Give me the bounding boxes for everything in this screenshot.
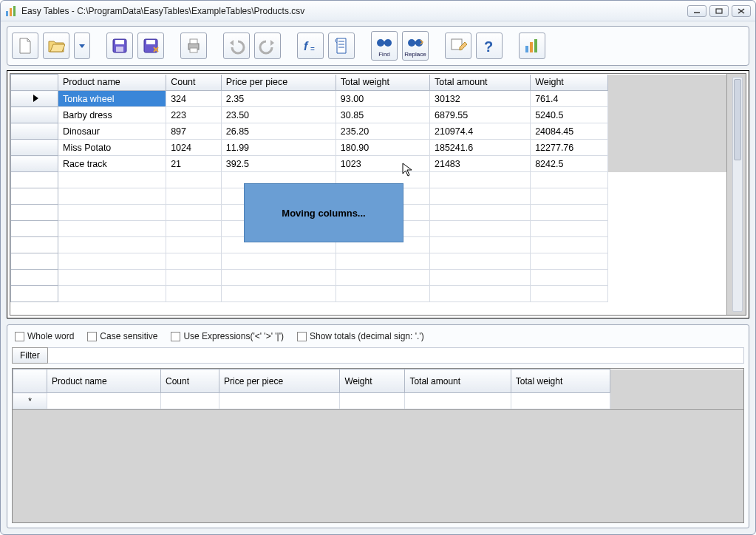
table-cell[interactable]: 235.20 bbox=[336, 123, 429, 140]
svg-text:?: ? bbox=[484, 38, 493, 55]
replace-button[interactable]: Replace bbox=[402, 31, 429, 61]
filter-cell[interactable] bbox=[219, 393, 340, 409]
window-title: Easy Tables - C:\ProgramData\EasyTables\… bbox=[21, 6, 687, 16]
toolbar: f= Find Replace ? bbox=[7, 26, 749, 66]
svg-rect-1 bbox=[10, 8, 12, 16]
table-cell[interactable]: 26.85 bbox=[221, 123, 336, 140]
svg-rect-14 bbox=[190, 48, 197, 52]
svg-rect-22 bbox=[414, 41, 417, 44]
table-row[interactable] bbox=[11, 253, 726, 270]
filter-input[interactable] bbox=[48, 347, 744, 364]
column-header[interactable]: Price per piece bbox=[221, 75, 336, 91]
template-button[interactable] bbox=[328, 33, 355, 59]
chart-button[interactable] bbox=[519, 33, 545, 59]
table-cell[interactable]: 24084.45 bbox=[531, 123, 608, 140]
table-cell[interactable]: 897 bbox=[166, 123, 222, 140]
filter-column-header[interactable]: Weight bbox=[340, 369, 405, 393]
table-row[interactable] bbox=[11, 270, 726, 286]
svg-rect-8 bbox=[115, 40, 124, 44]
table-cell[interactable]: Miss Potato bbox=[58, 140, 166, 156]
save-button[interactable] bbox=[106, 33, 133, 59]
whole-word-checkbox[interactable]: Whole word bbox=[15, 331, 74, 341]
table-cell[interactable]: 2.35 bbox=[221, 91, 336, 107]
filter-column-header[interactable]: Total amount bbox=[405, 369, 511, 393]
table-cell[interactable]: Barby dress bbox=[58, 107, 166, 123]
undo-button[interactable] bbox=[223, 33, 250, 59]
edit-button[interactable] bbox=[445, 33, 471, 59]
titlebar: Easy Tables - C:\ProgramData\EasyTables\… bbox=[1, 1, 755, 21]
svg-rect-27 bbox=[534, 39, 537, 52]
filter-cell[interactable] bbox=[511, 393, 610, 409]
filter-new-row[interactable]: * bbox=[13, 393, 743, 409]
svg-rect-9 bbox=[116, 47, 123, 52]
print-button[interactable] bbox=[180, 33, 207, 59]
case-sensitive-checkbox[interactable]: Case sensitive bbox=[87, 331, 157, 341]
show-totals-checkbox[interactable]: Show totals (decimal sign: '.') bbox=[297, 331, 424, 341]
table-cell[interactable]: 23.50 bbox=[221, 107, 336, 123]
formula-button[interactable]: f= bbox=[297, 33, 324, 59]
table-cell[interactable]: 30.85 bbox=[336, 107, 429, 123]
table-cell[interactable]: Race track bbox=[58, 156, 166, 172]
filter-cell[interactable] bbox=[405, 393, 511, 409]
column-header[interactable]: Total weight bbox=[336, 75, 429, 91]
window: Easy Tables - C:\ProgramData\EasyTables\… bbox=[0, 0, 756, 535]
svg-rect-19 bbox=[383, 41, 386, 44]
table-cell[interactable]: 93.00 bbox=[336, 91, 429, 107]
table-cell[interactable]: 185241.6 bbox=[430, 140, 531, 156]
table-row[interactable]: Dinosaur89726.85235.20210974.424084.45 bbox=[11, 123, 726, 140]
table-cell[interactable]: 1023 bbox=[336, 156, 429, 172]
column-header[interactable]: Total amount bbox=[430, 75, 531, 91]
main-grid-panel: Product nameCountPrice per pieceTotal we… bbox=[7, 70, 749, 318]
new-button[interactable] bbox=[12, 33, 38, 59]
table-row[interactable]: Miss Potato102411.99180.90185241.612277.… bbox=[11, 140, 726, 156]
table-cell[interactable]: 210974.4 bbox=[430, 123, 531, 140]
column-header[interactable]: Product name bbox=[58, 75, 166, 91]
table-cell[interactable]: 223 bbox=[166, 107, 222, 123]
table-row[interactable]: Race track21392.51023214838242.5 bbox=[11, 156, 726, 172]
table-cell[interactable]: 21483 bbox=[430, 156, 531, 172]
column-header[interactable]: Count bbox=[166, 75, 222, 91]
svg-rect-2 bbox=[13, 6, 16, 16]
filter-column-header[interactable]: Total weight bbox=[511, 369, 610, 393]
table-cell[interactable]: Dinosaur bbox=[58, 123, 166, 140]
table-row[interactable] bbox=[11, 286, 726, 302]
table-cell[interactable]: 8242.5 bbox=[531, 156, 608, 172]
filter-cell[interactable] bbox=[47, 393, 161, 409]
svg-rect-13 bbox=[190, 39, 197, 44]
svg-rect-11 bbox=[146, 40, 155, 44]
use-expressions-checkbox[interactable]: Use Expressions('<' '>' '|') bbox=[171, 331, 284, 341]
filter-column-header[interactable]: Price per piece bbox=[219, 369, 340, 393]
table-row[interactable]: Tonka wheel3242.3593.0030132761.4 bbox=[11, 91, 726, 107]
filter-column-header[interactable]: Product name bbox=[47, 369, 161, 393]
table-cell[interactable]: 6879.55 bbox=[430, 107, 531, 123]
filter-column-header[interactable]: Count bbox=[161, 369, 219, 393]
minimize-button[interactable] bbox=[687, 5, 706, 17]
table-cell[interactable]: 5240.5 bbox=[531, 107, 608, 123]
table-cell[interactable]: 12277.76 bbox=[531, 140, 608, 156]
save-as-button[interactable] bbox=[137, 33, 164, 59]
open-button[interactable] bbox=[43, 33, 69, 59]
filter-button[interactable]: Filter bbox=[12, 347, 48, 364]
filter-grid[interactable]: Product nameCountPrice per pieceWeightTo… bbox=[12, 368, 744, 523]
table-cell[interactable]: 30132 bbox=[430, 91, 531, 107]
column-header[interactable]: Weight bbox=[531, 75, 608, 91]
maximize-button[interactable] bbox=[709, 5, 729, 17]
table-cell[interactable]: 392.5 bbox=[221, 156, 336, 172]
find-button[interactable]: Find bbox=[371, 31, 398, 61]
table-cell[interactable]: 1024 bbox=[166, 140, 222, 156]
close-button[interactable] bbox=[732, 5, 751, 17]
table-cell[interactable]: 180.90 bbox=[336, 140, 429, 156]
open-dropdown[interactable] bbox=[74, 33, 90, 59]
table-cell[interactable]: Tonka wheel bbox=[58, 91, 166, 107]
table-cell[interactable]: 11.99 bbox=[221, 140, 336, 156]
filter-cell[interactable] bbox=[161, 393, 219, 409]
svg-rect-4 bbox=[716, 9, 722, 13]
table-cell[interactable]: 324 bbox=[166, 91, 222, 107]
table-cell[interactable]: 761.4 bbox=[531, 91, 608, 107]
table-row[interactable]: Barby dress22323.5030.856879.555240.5 bbox=[11, 107, 726, 123]
help-button[interactable]: ? bbox=[476, 33, 503, 59]
redo-button[interactable] bbox=[254, 33, 281, 59]
scrollbar-vertical[interactable] bbox=[732, 77, 743, 312]
filter-cell[interactable] bbox=[340, 393, 405, 409]
table-cell[interactable]: 21 bbox=[166, 156, 222, 172]
